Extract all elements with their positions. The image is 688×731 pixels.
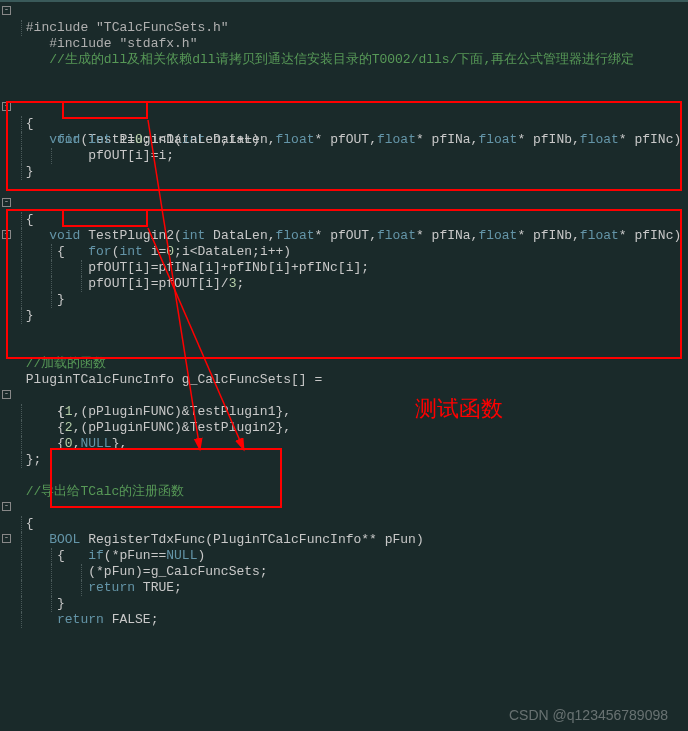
code-line: pfOUT[i]=i; (0, 148, 688, 164)
fold-minus-icon[interactable]: - (2, 390, 11, 399)
code-line: } (0, 308, 688, 324)
comment: //导出给TCalc的注册函数 (26, 484, 185, 499)
code-line: } (0, 164, 688, 180)
code-line: for(int i=0;i<DataLen;i++) (0, 132, 688, 148)
blank-line (0, 84, 688, 100)
watermark: CSDN @q123456789098 (509, 707, 668, 723)
code-line: { (0, 244, 688, 260)
code-line: return TRUE; (0, 580, 688, 596)
code-line: {2,(pPluginFUNC)&TestPlugin2}, (0, 420, 688, 436)
fold-minus-icon[interactable]: - (2, 502, 11, 511)
code-line: (*pFun)=g_CalcFuncSets; (0, 564, 688, 580)
fold-minus-icon[interactable]: - (2, 198, 11, 207)
code-line: return FALSE; (0, 612, 688, 628)
code-line: - if(*pFun==NULL) (0, 532, 688, 548)
blank-line (0, 324, 688, 340)
fold-minus-icon[interactable]: - (2, 534, 11, 543)
code-line: //加载的函数 (0, 356, 688, 372)
blank-line (0, 468, 688, 484)
code-line: {0,NULL}, (0, 436, 688, 452)
comment: //加载的函数 (26, 356, 107, 371)
code-line: pfOUT[i]=pfOUT[i]/3; (0, 276, 688, 292)
code-line: { (0, 116, 688, 132)
code-line: //导出给TCalc的注册函数 (0, 484, 688, 500)
code-line: #include "TCalcFuncSets.h" (0, 20, 688, 36)
function-signature: - void TestPlugin1(int DataLen,float* pf… (0, 100, 688, 116)
code-line: pfOUT[i]=pfINa[i]+pfINb[i]+pfINc[i]; (0, 260, 688, 276)
code-line: - { (0, 388, 688, 404)
annotation-label: 测试函数 (415, 394, 503, 424)
code-line: { (0, 548, 688, 564)
blank-line (0, 180, 688, 196)
code-line: - for(int i=0;i<DataLen;i++) (0, 228, 688, 244)
blank-line (0, 68, 688, 84)
code-line: //生成的dll及相关依赖dll请拷贝到通达信安装目录的T0002/dlls/下… (0, 52, 688, 68)
fold-minus-icon[interactable]: - (2, 6, 11, 15)
code-line: } (0, 292, 688, 308)
fold-minus-icon[interactable]: - (2, 230, 11, 239)
code-line: - #include "stdafx.h" (0, 4, 688, 20)
code-line: }; (0, 452, 688, 468)
code-line: } (0, 596, 688, 612)
fold-minus-icon[interactable]: - (2, 102, 11, 111)
code-line: PluginTCalcFuncInfo g_CalcFuncSets[] = (0, 372, 688, 388)
code-line: { (0, 516, 688, 532)
function-signature: - BOOL RegisterTdxFunc(PluginTCalcFuncIn… (0, 500, 688, 516)
blank-line (0, 340, 688, 356)
code-line: { (0, 212, 688, 228)
code-line: {1,(pPluginFUNC)&TestPlugin1}, (0, 404, 688, 420)
blank-line (0, 36, 688, 52)
function-signature: - void TestPlugin2(int DataLen,float* pf… (0, 196, 688, 212)
code-editor[interactable]: - #include "stdafx.h" #include "TCalcFun… (0, 2, 688, 628)
comment: //生成的dll及相关依赖dll请拷贝到通达信安装目录的T0002/dlls/下… (49, 52, 634, 67)
